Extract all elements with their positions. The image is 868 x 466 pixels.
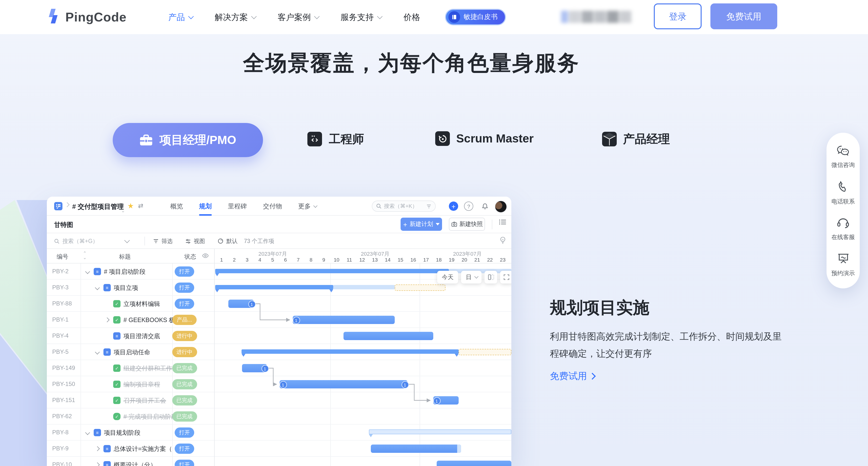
feature-trial-link[interactable]: 免费试用 xyxy=(550,370,595,382)
chevron-right-icon[interactable] xyxy=(95,446,100,451)
work-item-title[interactable]: 项目澄清交底 xyxy=(123,332,160,341)
dependency-count-badge[interactable]: 1 xyxy=(292,317,300,324)
table-row[interactable]: PBY-88✓立项材料编辑打开 xyxy=(47,296,215,312)
contact-item-微信咨询[interactable]: 微信咨询 xyxy=(831,146,855,169)
table-row[interactable]: PBY-4≡项目澄清交底进行中 xyxy=(47,328,215,344)
nav-item-客户案例[interactable]: 客户案例 xyxy=(278,11,318,23)
tab-交付物[interactable]: 交付物 xyxy=(263,197,282,216)
filter-button[interactable]: 筛选 xyxy=(153,233,173,249)
work-item-title[interactable]: 立项材料编辑 xyxy=(123,300,160,308)
table-row[interactable]: PBY-2≡# 项目启动阶段打开 xyxy=(47,263,215,280)
chevron-right-icon[interactable] xyxy=(95,462,100,466)
tab-规划[interactable]: 规划 xyxy=(199,197,212,216)
gantt-summary-bar[interactable] xyxy=(215,285,333,289)
dependency-count-badge[interactable]: 1 xyxy=(248,301,255,308)
status-badge[interactable]: 已完成 xyxy=(172,395,197,405)
table-row[interactable]: PBY-1✓# GEEKBOOKS 极...产品... xyxy=(47,312,215,328)
dependency-count-badge[interactable]: 1 xyxy=(261,365,269,372)
tab-里程碑[interactable]: 里程碑 xyxy=(228,197,247,216)
tab-更多[interactable]: 更多 xyxy=(298,197,316,216)
work-item-title[interactable]: 概要设计（分） xyxy=(114,461,156,466)
add-button[interactable]: + xyxy=(449,201,458,211)
work-item-title[interactable]: 召开项目开工会 xyxy=(123,397,166,405)
table-row[interactable]: PBY-149✓组建交付群和工作台已完成 xyxy=(47,360,215,376)
chevron-down-icon[interactable] xyxy=(95,350,100,354)
tab-概览[interactable]: 概览 xyxy=(170,197,183,216)
gantt-bar[interactable] xyxy=(437,461,512,466)
chevron-down-icon[interactable] xyxy=(85,269,90,274)
column-title[interactable]: 标题 xyxy=(86,253,164,261)
role-tab-工程师[interactable]: 工程师 xyxy=(307,131,364,147)
table-row[interactable]: PBY-9≡总体设计=实施方案（...打开 xyxy=(47,441,215,457)
table-row[interactable]: PBY-3≡项目立项打开 xyxy=(47,280,215,296)
gantt-summary-bar-light[interactable] xyxy=(369,429,512,434)
status-badge[interactable]: 打开 xyxy=(175,267,194,277)
status-badge[interactable]: 已完成 xyxy=(172,379,197,390)
gantt-bar[interactable] xyxy=(293,316,395,324)
global-search-input[interactable]: 搜索（⌘+K） xyxy=(372,200,436,212)
free-trial-button[interactable]: 免费试用 xyxy=(710,3,777,29)
gantt-summary-bar[interactable] xyxy=(215,269,449,273)
nav-item-价格[interactable]: 价格 xyxy=(403,11,420,23)
status-badge[interactable]: 已完成 xyxy=(172,411,197,422)
time-unit-select[interactable]: 日 xyxy=(461,271,482,283)
fullscreen-button[interactable] xyxy=(500,271,512,283)
gantt-summary-bar[interactable] xyxy=(242,349,459,354)
contact-item-电话联系[interactable]: 电话联系 xyxy=(831,181,855,206)
status-badge[interactable]: 打开 xyxy=(175,443,194,454)
column-status[interactable]: 状态 xyxy=(169,253,196,261)
today-button[interactable]: 今天 xyxy=(437,271,458,283)
chevron-down-icon[interactable] xyxy=(95,285,100,290)
gear-icon[interactable] xyxy=(202,252,209,261)
contact-item-在线客服[interactable]: 在线客服 xyxy=(831,218,855,242)
status-badge[interactable]: 打开 xyxy=(175,428,194,438)
table-row[interactable]: PBY-5≡项目启动任命进行中 xyxy=(47,344,215,360)
work-item-title[interactable]: 项目立项 xyxy=(114,284,138,292)
contact-item-预约演示[interactable]: 预约演示 xyxy=(831,253,855,278)
swap-icon[interactable]: ⇄ xyxy=(138,202,144,209)
role-tab-项目经理/PMO[interactable]: 项目经理/PMO xyxy=(113,123,263,157)
work-item-title[interactable]: # 项目启动阶段 xyxy=(104,268,146,276)
nav-item-产品[interactable]: 产品 xyxy=(168,11,192,23)
work-item-title[interactable]: 项目启动任命 xyxy=(114,348,150,357)
work-item-title[interactable]: 项目规划阶段 xyxy=(104,429,141,437)
favorite-star-icon[interactable]: ★ xyxy=(127,201,134,210)
brand-logo[interactable]: PingCode xyxy=(45,8,127,26)
breadcrumb[interactable]: # 交付型项目管理 xyxy=(72,203,124,211)
chevron-right-icon[interactable] xyxy=(105,317,110,322)
chevron-down-icon[interactable] xyxy=(85,430,90,435)
new-snapshot-button[interactable]: 新建快照 xyxy=(449,218,485,231)
dependency-count-badge[interactable]: 1 xyxy=(401,381,409,389)
table-row[interactable]: PBY-151✓召开项目开工会已完成 xyxy=(47,392,215,408)
dependency-count-badge[interactable]: 1 xyxy=(433,397,440,405)
project-icon[interactable] xyxy=(54,202,62,210)
status-badge[interactable]: 进行中 xyxy=(172,347,197,357)
column-id[interactable]: 编号 xyxy=(47,253,78,261)
help-icon[interactable]: ? xyxy=(464,201,473,211)
gantt-bar[interactable] xyxy=(343,332,433,340)
lightbulb-icon[interactable] xyxy=(500,237,506,246)
login-button[interactable]: 登录 xyxy=(654,3,702,29)
nav-item-服务支持[interactable]: 服务支持 xyxy=(341,11,381,23)
view-button[interactable]: 视图 xyxy=(185,233,205,249)
table-row[interactable]: PBY-150✓编制项目章程已完成 xyxy=(47,376,215,392)
default-view-button[interactable]: 默认 xyxy=(218,233,238,249)
new-plan-button[interactable]: +新建计划 xyxy=(401,218,442,231)
status-badge[interactable]: 打开 xyxy=(175,299,194,309)
notifications-bell-icon[interactable] xyxy=(480,201,489,211)
list-view-icon[interactable] xyxy=(499,219,506,227)
work-item-title[interactable]: 编制项目章程 xyxy=(123,381,160,389)
nav-item-解决方案[interactable]: 解决方案 xyxy=(215,11,255,23)
gantt-bar[interactable] xyxy=(371,444,461,453)
role-tab-产品经理[interactable]: 产品经理 xyxy=(602,131,670,147)
table-row[interactable]: PBY-62✓# 完成项目启动阶段...已完成 xyxy=(47,408,215,425)
status-badge[interactable]: 打开 xyxy=(175,282,194,293)
table-row[interactable]: PBY-10≡概要设计（分）打开 xyxy=(47,457,215,466)
avatar[interactable] xyxy=(495,200,507,213)
gantt-bar[interactable] xyxy=(280,380,407,389)
whitepaper-badge[interactable]: 敏捷白皮书 xyxy=(445,9,506,25)
split-view-button[interactable] xyxy=(485,271,497,283)
status-badge[interactable]: 产品... xyxy=(173,315,196,325)
gantt-search-input[interactable]: 搜索（⌘+G） xyxy=(54,233,128,249)
work-item-title[interactable]: 总体设计=实施方案（... xyxy=(114,445,172,453)
